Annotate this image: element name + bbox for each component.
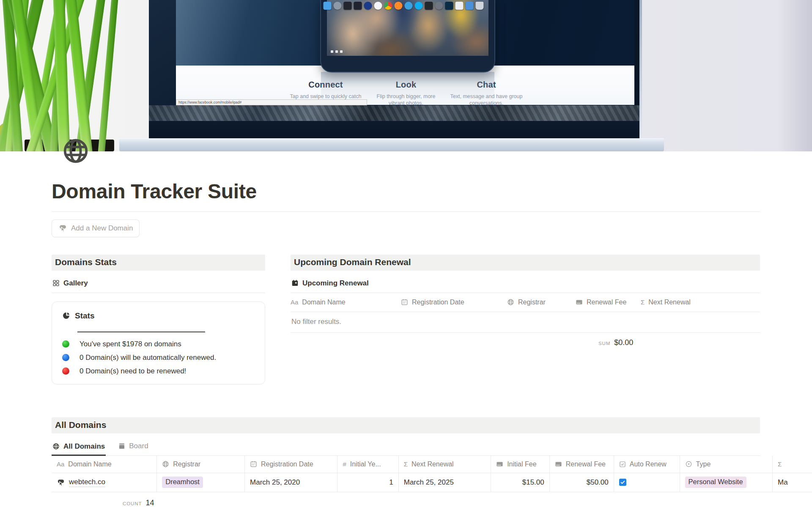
column-header-initial-fee[interactable]: Initial Fee [491, 456, 550, 473]
dock-icon [323, 2, 331, 10]
dock-icon [374, 2, 382, 10]
cover-url-bar: https://www.facebook.com/mobile/ipad# [176, 99, 367, 105]
dock-icon [364, 2, 372, 10]
sum-aggregate[interactable]: SUM $0.00 [291, 338, 760, 347]
all-domains-table: Aa Domain Name Registrar [52, 456, 812, 492]
column-header-registration-date[interactable]: Registration Date [401, 299, 507, 306]
cell-renewal-fee[interactable]: $50.00 [550, 473, 614, 492]
page-title[interactable]: Domain Tracker Suite [52, 151, 760, 204]
count-aggregate[interactable]: COUNT 14 [52, 492, 760, 507]
stat-item-text: 0 Domain(s) need to be renewed! [80, 367, 186, 375]
select-icon [685, 460, 692, 468]
globe-icon [52, 443, 60, 450]
domain-name-value: webtech.co [69, 478, 105, 487]
cell-formula[interactable]: Ma [773, 473, 812, 492]
cover-tablet [321, 0, 494, 72]
dock-icon [465, 2, 473, 10]
sum-value: $0.00 [614, 338, 633, 347]
table-row: webtech.co Dreamhost March 25, 2020 1 Ma… [52, 473, 812, 492]
dock-icon [404, 2, 412, 10]
column-header-type[interactable]: Type [680, 456, 773, 473]
stat-item-text: You've spent $1978 on domains [80, 340, 181, 348]
cell-initial-years[interactable]: 1 [337, 473, 398, 492]
tab-gallery-label: Gallery [63, 279, 88, 288]
cover-monitor-bottom [149, 121, 642, 138]
tab-board[interactable]: Board [118, 439, 149, 455]
hash-icon: # [343, 461, 346, 467]
calendar-icon [401, 299, 408, 306]
column-header-renewal-fee[interactable]: Renewal Fee [576, 299, 641, 306]
initial-years-value: 1 [389, 478, 393, 487]
tab-all-domains[interactable]: All Domains [52, 440, 106, 456]
dock-icon [343, 2, 351, 10]
column-header-next-renewal[interactable]: Σ Next Renewal [399, 456, 491, 473]
cell-initial-fee[interactable]: $15.00 [491, 473, 550, 492]
dock-icon [445, 2, 453, 10]
column-label: Registrar [173, 460, 200, 468]
renewal-table-header: Aa Domain Name [291, 293, 760, 312]
text-type-icon: Aa [57, 461, 64, 467]
stat-item: 0 Domain(s) will be automatically renewe… [62, 354, 255, 362]
registration-date-value: March 25, 2020 [250, 478, 300, 487]
dock-icon [333, 2, 341, 10]
column-header-registration-date[interactable]: Registration Date [245, 456, 337, 473]
column-label: Renewal Fee [566, 460, 606, 468]
stats-view-tabs: Gallery [52, 277, 265, 293]
cover-monitor-bezel [639, 0, 642, 138]
domains-section-heading: All Domains [52, 417, 760, 433]
formula-value: Ma [778, 478, 788, 487]
column-header-domain-name[interactable]: Aa Domain Name [52, 456, 157, 473]
cell-registration-date[interactable]: March 25, 2020 [245, 473, 337, 492]
dock-icon [435, 2, 443, 10]
dock-icon [455, 2, 463, 10]
column-header-domain-name[interactable]: Aa Domain Name [291, 299, 401, 306]
gallery-icon [52, 280, 60, 287]
column-label: Registration Date [261, 460, 313, 468]
add-new-domain-button[interactable]: Add a New Domain [52, 219, 140, 237]
column-label: Registrar [518, 299, 546, 306]
credit-card-icon [576, 299, 583, 306]
stats-card-divider [77, 332, 205, 332]
initial-fee-value: $15.00 [522, 478, 544, 487]
column-header-registrar[interactable]: Registrar [507, 299, 576, 306]
calendar-filled-icon [291, 280, 299, 287]
red-circle-icon [62, 367, 69, 375]
no-filter-results-text: No filter results. [291, 312, 760, 333]
auto-renew-checkbox-checked[interactable] [619, 479, 626, 486]
registrar-tag: Dreamhost [162, 477, 203, 488]
cover-monitor: Connect Tap and swipe to quickly catch u… [149, 0, 642, 138]
cover-tablet-photo-ui [331, 50, 343, 53]
cover-monitor-stand [119, 138, 664, 151]
cover-image: Connect Tap and swipe to quickly catch u… [0, 0, 812, 151]
renewal-fee-value: $50.00 [587, 478, 609, 487]
cell-next-renewal[interactable]: March 25, 2025 [399, 473, 491, 492]
column-header-next-renewal[interactable]: Σ Next Renewal [641, 299, 760, 306]
stats-card[interactable]: Stats You've spent $1978 on domains 0 Do… [52, 301, 265, 384]
cell-type[interactable]: Personal Website [680, 473, 773, 492]
cover-tablet-reflection [321, 72, 494, 102]
next-renewal-value: March 25, 2025 [404, 478, 454, 487]
cell-domain-name[interactable]: webtech.co [52, 473, 157, 492]
column-header-auto-renew[interactable]: Auto Renew [614, 456, 680, 473]
cover-edge-shade [778, 0, 812, 151]
column-header-formula[interactable]: Σ [773, 456, 812, 473]
count-value: 14 [145, 499, 154, 507]
tab-upcoming-renewal[interactable]: Upcoming Renewal [291, 277, 370, 293]
tab-gallery[interactable]: Gallery [52, 277, 89, 293]
divider [52, 211, 760, 212]
credit-card-icon [555, 460, 562, 468]
column-header-initial-years[interactable]: # Initial Ye... [337, 456, 398, 473]
page-globe-icon[interactable] [62, 137, 90, 165]
column-label: Type [696, 460, 711, 468]
column-header-registrar[interactable]: Registrar [157, 456, 245, 473]
stats-card-title: Stats [75, 311, 94, 321]
column-header-renewal-fee[interactable]: Renewal Fee [550, 456, 614, 473]
checkbox-icon [619, 461, 626, 468]
sum-label: SUM [598, 341, 610, 346]
dock-icon [354, 2, 362, 10]
column-label: Initial Fee [507, 460, 536, 468]
column-label: Registration Date [412, 299, 464, 306]
sigma-icon: Σ [778, 461, 782, 467]
cover-dock-wallpaper [149, 105, 642, 121]
cell-registrar[interactable]: Dreamhost [157, 473, 245, 492]
